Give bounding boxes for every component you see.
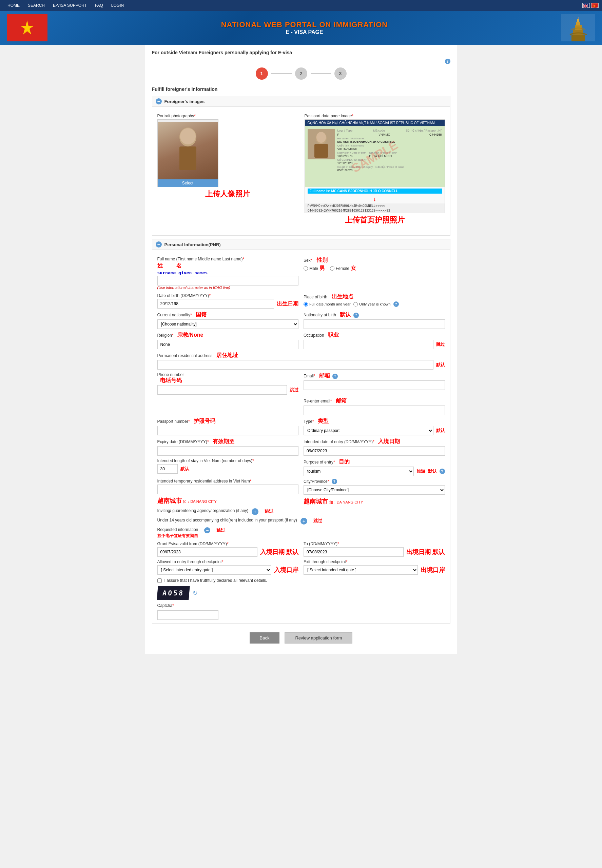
banner-subtitle: E - VISA PAGE bbox=[48, 29, 561, 35]
email-col: Email* 邮箱 ? bbox=[304, 372, 445, 390]
svg-rect-5 bbox=[576, 22, 580, 25]
exit-checkpoint-select[interactable]: [ Select intended exit gate ] bbox=[304, 565, 418, 575]
captcha-input[interactable] bbox=[157, 610, 218, 620]
full-date-radio[interactable] bbox=[304, 302, 308, 307]
year-only-radio[interactable] bbox=[353, 302, 358, 307]
captcha-area: A058 ↻ bbox=[157, 586, 445, 600]
occupation-label: Occupation 职业 bbox=[304, 331, 445, 339]
dob-help-icon[interactable]: ? bbox=[393, 301, 399, 307]
nav-login[interactable]: LOGIN bbox=[107, 0, 128, 11]
re-email-zh: 邮箱 bbox=[336, 398, 347, 403]
religion-input[interactable] bbox=[157, 340, 299, 349]
address-input[interactable] bbox=[157, 360, 433, 370]
entry-date-input[interactable] bbox=[304, 446, 445, 456]
birthplace-label: Place of birth 出生地点 bbox=[304, 293, 445, 301]
help-icon-top[interactable]: ? bbox=[445, 59, 450, 64]
images-section-header: − Foreigner's images bbox=[152, 96, 450, 107]
entry-checkpoint-select[interactable]: [ Select intended entry gate ] bbox=[157, 565, 272, 575]
re-email-col: Re-enter email* 邮箱 bbox=[304, 397, 445, 415]
navigation: HOME SEARCH E-VISA SUPPORT FAQ LOGIN 🇬🇧 … bbox=[0, 0, 602, 11]
nationality-col: Current nationality* 国籍 [Choose national… bbox=[157, 311, 299, 329]
passport-image-box: CỘNG HÒA XÃ HỘI CHỦ NGHĨA VIỆT NAM / SOC… bbox=[304, 120, 445, 213]
exit-checkpoint-label: Exit through checkpoint* bbox=[304, 560, 445, 564]
city-help[interactable]: ? bbox=[332, 479, 337, 484]
purpose-help[interactable]: ? bbox=[439, 469, 445, 474]
portrait-select-button[interactable]: Select bbox=[158, 179, 218, 187]
phone-label: Phone number 电话号码 bbox=[157, 372, 299, 384]
inviting-add-btn[interactable]: + bbox=[252, 508, 258, 515]
assurance-label: I assure that I have truthfully declared… bbox=[164, 578, 267, 583]
nationality-row: Current nationality* 国籍 [Choose national… bbox=[157, 311, 445, 329]
expiry-col: Expiry date (DD/MM/YYYY)* 有效期至 bbox=[157, 438, 299, 456]
type-select[interactable]: Ordinary passport bbox=[304, 426, 433, 436]
images-collapse-btn[interactable]: − bbox=[156, 98, 162, 104]
religion-occupation-row: Religion* 宗教/None Occupation 职业 跳过 bbox=[157, 331, 445, 349]
sex-radio-group: Male 男 Female 女 bbox=[304, 265, 445, 272]
full-date-radio-label[interactable]: Full date,month and year bbox=[304, 302, 351, 307]
review-button[interactable]: Review application form bbox=[284, 632, 352, 644]
nav-evisa-support[interactable]: E-VISA SUPPORT bbox=[49, 0, 91, 11]
requested-collapse-btn[interactable]: − bbox=[204, 527, 210, 533]
nat-birth-help[interactable]: ? bbox=[353, 313, 359, 318]
email-help[interactable]: ? bbox=[332, 374, 338, 379]
male-radio[interactable] bbox=[304, 266, 308, 271]
passport-num-label: Passport number* 护照号码 bbox=[157, 418, 299, 425]
passport-input[interactable] bbox=[157, 426, 299, 436]
requested-zh: 授予电子签证有效期自 bbox=[157, 533, 198, 539]
step-2: 2 bbox=[295, 67, 307, 80]
nav-search[interactable]: SEARCH bbox=[24, 0, 49, 11]
entry-date-col: Intended date of entry (DD/MM/YYYY)* 入境日… bbox=[304, 438, 445, 456]
stay-label: Intended length of stay in Viet Nam (num… bbox=[157, 459, 299, 463]
back-button[interactable]: Back bbox=[250, 632, 280, 644]
dob-input[interactable] bbox=[157, 299, 274, 308]
dob-row: Date of birth (DD/MM/YYYY)* 出生日期 Place o… bbox=[157, 293, 445, 308]
grant-to-input[interactable] bbox=[304, 547, 404, 557]
entry-date-label: Intended date of entry (DD/MM/YYYY)* 入境日… bbox=[304, 438, 445, 445]
purpose-zh: 目的 bbox=[339, 459, 350, 465]
nav-home[interactable]: HOME bbox=[3, 0, 24, 11]
fulfill-header: Fulfill foreigner's information bbox=[152, 86, 450, 92]
entry-date-zh: 入境日期 bbox=[378, 439, 400, 444]
nat-birth-zh: 默认 bbox=[340, 311, 351, 317]
expiry-input[interactable] bbox=[157, 446, 299, 456]
occupation-input[interactable] bbox=[304, 340, 433, 349]
passport-header: CỘNG HÒA XÃ HỘI CHỦ NGHĨA VIỆT NAM / SOC… bbox=[305, 120, 445, 126]
page-title: For outside Vietnam Foreigners personall… bbox=[152, 50, 450, 55]
requested-row: Requested information 授予电子签证有效期自 − 跳过 bbox=[157, 527, 445, 539]
lang-vn-icon[interactable]: 🇻🇳 bbox=[591, 3, 599, 8]
assurance-checkbox[interactable] bbox=[157, 578, 162, 583]
captcha-refresh-icon[interactable]: ↻ bbox=[193, 589, 198, 597]
stay-input[interactable] bbox=[157, 464, 178, 474]
religion-col: Religion* 宗教/None bbox=[157, 331, 299, 349]
female-radio[interactable] bbox=[330, 266, 335, 271]
nationality-label: Current nationality* 国籍 bbox=[157, 311, 299, 318]
purpose-select[interactable]: tourism bbox=[304, 466, 414, 476]
nav-faq[interactable]: FAQ bbox=[91, 0, 107, 11]
email-input[interactable] bbox=[304, 380, 445, 390]
passport-upload-box: Passport data page image* CỘNG HÒA XÃ HỘ… bbox=[304, 113, 445, 227]
portrait-upload-box: Portrait photography* Select bbox=[157, 113, 298, 201]
nationality-select[interactable]: [Choose nationality] bbox=[157, 319, 299, 329]
personal-collapse-btn[interactable]: − bbox=[156, 241, 162, 247]
lang-en-icon[interactable]: 🇬🇧 bbox=[582, 3, 590, 8]
under14-add-btn[interactable]: + bbox=[301, 518, 307, 524]
grant-row: Grant Evisa valid from (DD/MM/YYYY)* 入境日… bbox=[157, 541, 445, 557]
grant-from-zh: 入境日期 默认 bbox=[260, 548, 298, 556]
phone-input[interactable] bbox=[157, 385, 287, 395]
city-select[interactable]: [Choose City/Province] bbox=[304, 485, 445, 495]
re-email-input[interactable] bbox=[304, 405, 445, 415]
step-1: 1 bbox=[256, 67, 268, 80]
fullname-input[interactable] bbox=[157, 276, 299, 285]
svg-rect-4 bbox=[575, 25, 582, 30]
nationality-birth-input[interactable] bbox=[304, 319, 445, 329]
grant-to-label: To (DD/MM/YYYY)* bbox=[304, 541, 445, 546]
male-radio-label[interactable]: Male 男 bbox=[304, 265, 325, 272]
dob-label: Date of birth (DD/MM/YYYY)* bbox=[157, 293, 299, 298]
year-only-radio-label[interactable]: Only year is known bbox=[353, 302, 391, 307]
grant-from-input[interactable] bbox=[157, 547, 257, 557]
checkpoint-row: Allowed to entry through checkpoint* [ S… bbox=[157, 560, 445, 575]
inviting-row: Inviting/ guarenteeing agency/ organizat… bbox=[157, 508, 445, 515]
female-radio-label[interactable]: Female 女 bbox=[330, 265, 356, 272]
temp-address-input[interactable] bbox=[157, 485, 299, 494]
occupation-col: Occupation 职业 跳过 bbox=[304, 331, 445, 349]
